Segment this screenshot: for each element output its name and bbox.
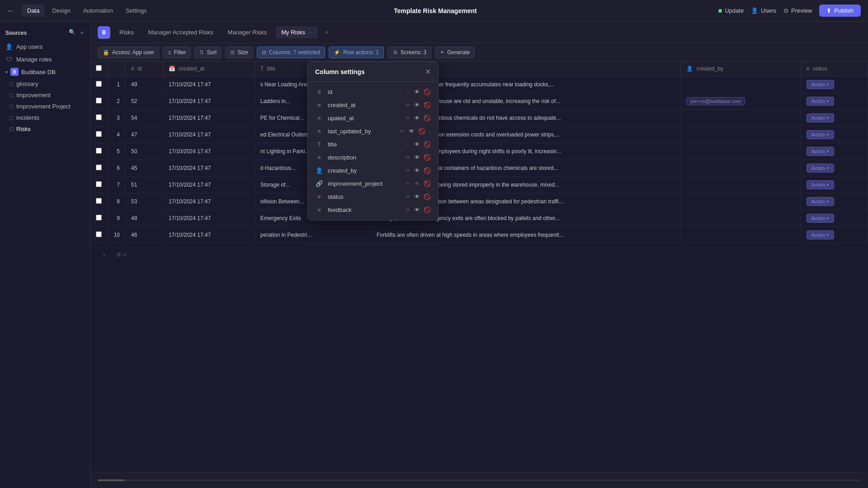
col-header-status[interactable]: ≡ status	[801, 61, 868, 76]
add-row-button[interactable]: ＋	[96, 247, 113, 263]
action-button[interactable]: Action ▾	[807, 80, 835, 89]
table-row[interactable]: 4 47 17/10/2024 17:47 ed Electrical Outl…	[90, 127, 868, 143]
row-checkbox[interactable]	[96, 131, 102, 137]
table-row[interactable]: 6 45 17/10/2024 17:47 d Hazardous... In …	[90, 160, 868, 177]
row-checkbox[interactable]	[96, 181, 102, 187]
search-icon[interactable]: 🔍	[69, 29, 75, 37]
visibility-icon[interactable]: 👁	[414, 206, 420, 213]
action-button[interactable]: Action ▾	[807, 113, 835, 122]
table-row[interactable]: 9 48 17/10/2024 17:47 Emergency Exits Du…	[90, 210, 868, 227]
col-header-created-by[interactable]: 👤 created_by	[681, 61, 801, 76]
nav-tab-automation[interactable]: Automation	[78, 5, 118, 17]
nav-tab-data[interactable]: Data	[22, 5, 45, 17]
row-checkbox[interactable]	[96, 81, 102, 87]
hide-col-icon[interactable]: 🚫	[424, 154, 431, 161]
sidebar-item-glossary[interactable]: ▢ glossary	[0, 78, 90, 89]
column-setting-item[interactable]: ≡ last_updated_by ✏ 👁 🚫 ›	[308, 125, 438, 138]
visibility-icon[interactable]: 👁	[414, 180, 420, 187]
column-setting-item[interactable]: 👤 created_by ✏ 👁 🚫	[308, 164, 438, 177]
tab-options-icon[interactable]: ···	[308, 29, 312, 36]
table-row[interactable]: 7 51 17/10/2024 17:47 Storage of... Flam…	[90, 177, 868, 193]
hide-col-icon[interactable]: 🚫	[424, 102, 431, 108]
sidebar-item-risks[interactable]: ▢ Risks	[0, 123, 90, 135]
hide-col-icon[interactable]: 🚫	[418, 128, 425, 135]
update-button[interactable]: Update	[718, 7, 744, 14]
col-header-id[interactable]: # id	[126, 61, 163, 76]
nav-tab-settings[interactable]: Settings	[120, 5, 152, 17]
visibility-icon[interactable]: 👁	[414, 167, 420, 174]
column-setting-item[interactable]: ≡ created_at ✏ 👁 🚫	[308, 99, 438, 112]
preview-button[interactable]: ⊙ Preview	[783, 7, 812, 14]
visibility-icon[interactable]: 👁	[414, 141, 420, 148]
publish-button[interactable]: ⬆ Publish	[819, 5, 861, 17]
column-setting-item[interactable]: ≡ feedback ✏ 👁 🚫	[308, 203, 438, 216]
hide-col-icon[interactable]: 🚫	[424, 141, 431, 148]
expand-col-icon[interactable]: ›	[429, 129, 431, 134]
tab-manager-risks[interactable]: Manager Risks	[222, 26, 273, 38]
columns-button[interactable]: ⊟ Columns: 7 restricted	[257, 47, 325, 58]
edit-col-icon[interactable]: ✏	[406, 115, 410, 122]
column-setting-item[interactable]: ≡ description ✏ 👁 🚫	[308, 151, 438, 164]
generate-button[interactable]: ✦ Generate	[435, 47, 475, 58]
sidebar-item-improvement[interactable]: ▢ Improvement	[0, 89, 90, 101]
action-button[interactable]: Action ▾	[807, 230, 835, 239]
action-button[interactable]: Action ▾	[807, 97, 835, 106]
hide-col-icon[interactable]: 🚫	[424, 89, 431, 95]
scrollbar-track[interactable]	[98, 479, 861, 481]
table-row[interactable]: 8 53 17/10/2024 17:47 ollision Between..…	[90, 193, 868, 210]
scrollbar-thumb[interactable]	[98, 479, 125, 481]
action-button[interactable]: Action ▾	[807, 130, 835, 139]
row-actions-button[interactable]: ⚡ Row actions: 1	[329, 47, 384, 58]
visibility-icon[interactable]: 👁	[414, 154, 420, 161]
size-button[interactable]: ⊞ Size	[225, 47, 253, 58]
users-button[interactable]: 👤 Users	[751, 7, 776, 14]
tab-my-risks[interactable]: My Risks ···	[276, 26, 318, 38]
add-tab-button[interactable]: ＋	[321, 26, 332, 39]
sidebar-item-app-users[interactable]: 👤 App users	[0, 40, 90, 53]
access-button[interactable]: 🔒 Access: App user	[98, 47, 159, 58]
row-checkbox[interactable]	[96, 148, 102, 154]
row-checkbox[interactable]	[96, 114, 102, 120]
sidebar-item-incidents[interactable]: ▢ incidents	[0, 112, 90, 123]
hide-col-icon[interactable]: 🚫	[424, 167, 431, 174]
table-row[interactable]: 2 52 17/10/2024 17:47 Ladders in... Ladd…	[90, 93, 868, 110]
table-row[interactable]: 10 46 17/10/2024 17:47 peration in Pedes…	[90, 227, 868, 244]
column-setting-item[interactable]: # id ✏ 👁 🚫	[308, 85, 438, 99]
back-button[interactable]: ←	[7, 7, 14, 15]
visibility-icon[interactable]: 👁	[409, 128, 415, 135]
column-setting-item[interactable]: 🔗 improvement_project ✏ 👁 🚫	[308, 177, 438, 190]
sidebar-item-budibase-db[interactable]: ▾ B Budibase DB	[0, 66, 90, 78]
table-row[interactable]: 1 49 17/10/2024 17:47 s Near Loading Are…	[90, 76, 868, 93]
action-button[interactable]: Action ▾	[807, 180, 835, 189]
sidebar-item-manage-roles[interactable]: 🛡 Manage roles	[0, 53, 90, 66]
row-checkbox[interactable]	[96, 198, 102, 204]
visibility-icon[interactable]: 👁	[414, 102, 420, 108]
select-all-checkbox[interactable]	[96, 65, 102, 71]
row-checkbox[interactable]	[96, 98, 102, 103]
table-row[interactable]: 5 50 17/10/2024 17:47 nt Lighting in Par…	[90, 143, 868, 160]
edit-col-icon[interactable]: ✏	[406, 180, 410, 187]
action-button[interactable]: Action ▾	[807, 197, 835, 206]
sidebar-item-improvement-project[interactable]: ▢ Improvement Project	[0, 101, 90, 112]
edit-col-icon[interactable]: ✏	[406, 167, 410, 174]
column-setting-item[interactable]: ≡ upated_at ✏ 👁 🚫	[308, 112, 438, 125]
edit-col-icon[interactable]: ✏	[406, 102, 410, 108]
hide-col-icon[interactable]: 🚫	[424, 193, 431, 200]
filter-button[interactable]: ⧖ Filter	[163, 47, 191, 58]
col-header-created-at[interactable]: 📅 created_at	[163, 61, 255, 76]
visibility-icon[interactable]: 👁	[414, 193, 420, 200]
action-button[interactable]: Action ▾	[807, 214, 835, 223]
hide-col-icon[interactable]: 🚫	[424, 180, 431, 187]
add-source-icon[interactable]: ＋	[79, 29, 85, 37]
column-setting-item[interactable]: ≡ status ✏ 👁 🚫	[308, 190, 438, 203]
row-checkbox[interactable]	[96, 215, 102, 221]
edit-col-icon[interactable]: ✏	[406, 193, 410, 200]
sort-button[interactable]: ⇅ Sort	[194, 47, 222, 58]
edit-col-icon[interactable]: ✏	[406, 206, 410, 213]
table-row[interactable]: 3 54 17/10/2024 17:47 PE for Chemical...…	[90, 110, 868, 127]
column-setting-item[interactable]: T title ✏ 👁 🚫	[308, 138, 438, 151]
visibility-icon[interactable]: 👁	[414, 115, 420, 122]
hide-col-icon[interactable]: 🚫	[424, 115, 431, 122]
tab-risks[interactable]: Risks	[114, 26, 139, 38]
tab-manager-accepted-risks[interactable]: Manager Accepted Risks	[143, 26, 219, 38]
